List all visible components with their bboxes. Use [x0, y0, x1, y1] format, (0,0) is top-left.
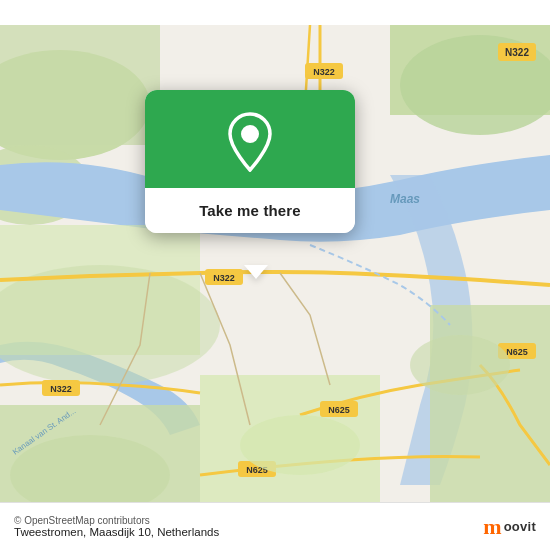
svg-text:N625: N625 — [506, 347, 528, 357]
attribution: © OpenStreetMap contributors — [14, 515, 219, 526]
moovit-m-letter: m — [483, 514, 500, 540]
svg-point-30 — [241, 125, 259, 143]
svg-rect-2 — [0, 25, 160, 145]
moovit-logo: m oovit — [483, 514, 536, 540]
svg-point-27 — [410, 335, 510, 395]
svg-text:N322: N322 — [50, 384, 72, 394]
popup-green-area — [145, 90, 355, 188]
location-pin — [224, 112, 276, 170]
svg-text:N322: N322 — [505, 47, 529, 58]
bottom-bar: © OpenStreetMap contributors Tweestromen… — [0, 502, 550, 550]
map-container: N322 N322 N322 N625 N625 N625 N322 Maas … — [0, 0, 550, 550]
map-background: N322 N322 N322 N625 N625 N625 N322 Maas … — [0, 0, 550, 550]
svg-text:N322: N322 — [313, 67, 335, 77]
svg-text:N322: N322 — [213, 273, 235, 283]
location-text: Tweestromen, Maasdijk 10, Netherlands — [14, 526, 219, 538]
svg-point-29 — [240, 415, 360, 475]
popup-arrow — [244, 265, 268, 279]
svg-text:Maas: Maas — [390, 192, 420, 206]
take-me-there-button[interactable]: Take me there — [145, 188, 355, 233]
moovit-wordmark: oovit — [504, 519, 536, 534]
svg-text:N625: N625 — [328, 405, 350, 415]
popup-card: Take me there — [145, 90, 355, 233]
